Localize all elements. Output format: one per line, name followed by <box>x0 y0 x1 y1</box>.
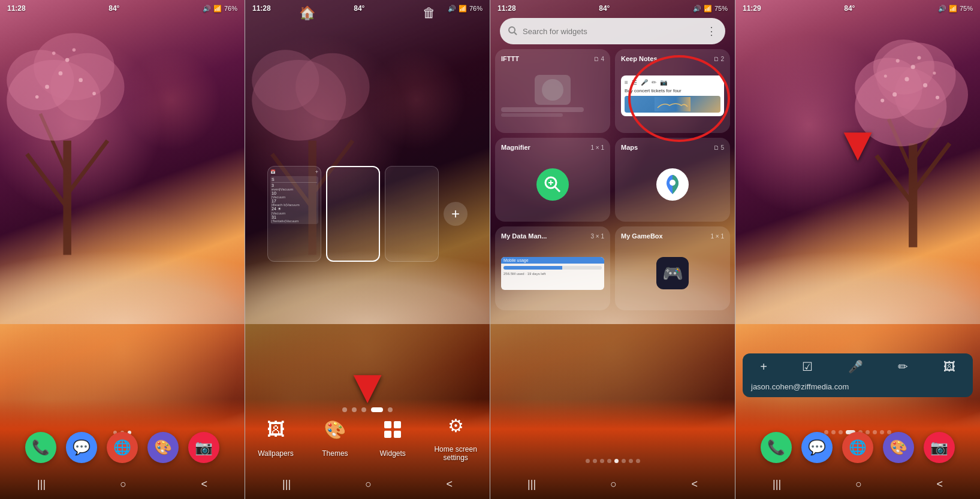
nav-home-2[interactable]: ○ <box>365 478 372 491</box>
wdot-5 <box>614 459 619 463</box>
data-man-preview: Mobile usage 256.5M used · 19 days left <box>501 257 604 290</box>
panel-edit-mode: 11:28 84° 🔊 📶 76% 🏠 🗑 📅+ S 3 even|Vacuum <box>245 0 490 499</box>
svg-line-27 <box>514 32 517 35</box>
svg-point-54 <box>883 75 886 78</box>
themes-label: Themes <box>322 449 348 458</box>
svg-rect-25 <box>394 431 401 438</box>
widget-data-man[interactable]: My Data Man... 3 × 1 Mobile usage 256.5M… <box>495 226 610 310</box>
widget-magnifier[interactable]: Magnifier 1 × 1 <box>495 138 610 222</box>
panel-notes-widget: 11:29 84° 🔊 📶 75% ▼ + ☑ 🎤 ✏ 🖼 jason.cohe… <box>735 0 980 499</box>
dock-chrome-4[interactable]: 🌐 <box>842 432 873 463</box>
widget-grid: IFTTT 🗋 4 Keep Notes 🗋 2 <box>495 49 730 433</box>
wdot-1 <box>586 459 590 463</box>
widgets-label: Widgets <box>380 449 406 458</box>
kn-pen-icon: ✏ <box>652 79 656 86</box>
widget-maps[interactable]: Maps 🗋 5 <box>615 138 730 222</box>
dock-slack-1[interactable]: 🎨 <box>147 432 179 463</box>
ifttt-title: IFTTT <box>501 55 519 62</box>
nav-back-3[interactable]: < <box>691 478 698 491</box>
keep-note-image <box>625 96 720 113</box>
dock-camera-4[interactable]: 📷 <box>924 432 955 463</box>
widget-search-bar[interactable]: ⋮ <box>500 18 725 44</box>
add-page-button[interactable]: + <box>444 202 468 226</box>
home-action-icon[interactable]: 🏠 <box>299 5 315 21</box>
dock-messages-4[interactable]: 💬 <box>801 432 833 463</box>
battery-1: 76% <box>224 5 237 12</box>
trash-action-icon[interactable]: 🗑 <box>423 5 436 21</box>
keep-notes-preview: ≡ ☰ 🎤 ✏ 📷 Buy concert tickets for four <box>621 75 724 116</box>
nav-home-3[interactable]: ○ <box>610 478 617 491</box>
time-1: 11:28 <box>7 4 26 13</box>
signal-icon-3: 📶 <box>704 5 712 13</box>
thumb-page-1[interactable]: 📅+ S 3 even|Vacuum 10 |Vacuum 17 |Beach … <box>267 166 321 262</box>
widget-gamebox[interactable]: My GameBox 1 × 1 🎮 <box>615 226 730 310</box>
data-man-size: 3 × 1 <box>590 233 604 240</box>
wdot-6 <box>622 459 626 463</box>
notes-mic-icon[interactable]: 🎤 <box>848 359 863 374</box>
widget-ifttt[interactable]: IFTTT 🗋 4 <box>495 49 610 133</box>
nav-menu-3[interactable]: ||| <box>527 478 536 491</box>
maps-title: Maps <box>621 144 638 151</box>
thumb-page-2[interactable] <box>326 166 380 262</box>
wdot-7 <box>629 459 633 463</box>
gamebox-size: 1 × 1 <box>710 233 724 240</box>
svg-point-11 <box>35 95 39 99</box>
battery-4: 75% <box>960 5 973 12</box>
nav-back-1[interactable]: < <box>201 478 207 491</box>
nav-home-1[interactable]: ○ <box>120 478 126 491</box>
red-arrow-4: ▼ <box>834 120 881 168</box>
maps-count: 🗋 5 <box>713 144 724 151</box>
data-man-title: My Data Man... <box>501 232 547 240</box>
status-bar-4: 11:29 84° 🔊 📶 75% <box>735 0 980 17</box>
thumb-page-3[interactable] <box>385 166 439 262</box>
dock-phone-4[interactable]: 📞 <box>761 432 792 463</box>
svg-point-50 <box>910 65 915 69</box>
magnifier-size: 1 × 1 <box>590 144 604 151</box>
kn-mic-icon: 🎤 <box>641 79 648 86</box>
signal-icon: 📶 <box>213 5 222 13</box>
temp-1: 84° <box>108 4 119 13</box>
menu-widgets[interactable]: Widgets <box>376 413 409 458</box>
magnifier-icon <box>536 168 569 201</box>
notes-email: jason.cohen@ziffmedia.com <box>743 379 973 397</box>
menu-home-screen[interactable]: ⚙ Home screen settings <box>434 409 477 462</box>
dock-chrome-1[interactable]: 🌐 <box>107 432 138 463</box>
maps-icon <box>656 168 689 201</box>
svg-point-48 <box>881 99 884 102</box>
notes-add-icon[interactable]: + <box>760 360 767 374</box>
nav-menu-1[interactable]: ||| <box>37 478 46 491</box>
temp-4: 84° <box>844 4 855 13</box>
signal-icon-4: 📶 <box>949 5 957 13</box>
notes-image-icon[interactable]: 🖼 <box>943 360 955 374</box>
nav-menu-2[interactable]: ||| <box>282 478 291 491</box>
search-input[interactable] <box>523 27 701 36</box>
dock-camera-1[interactable]: 📷 <box>188 432 219 463</box>
nav-bar-1: ||| ○ < <box>0 469 245 499</box>
kn-list-icon: ☰ <box>632 79 637 86</box>
widget-keep-notes[interactable]: Keep Notes 🗋 2 ≡ ☰ 🎤 ✏ 📷 Buy concert tic… <box>615 49 730 133</box>
more-options-icon[interactable]: ⋮ <box>706 25 717 38</box>
notes-check-icon[interactable]: ☑ <box>802 359 813 374</box>
sound-icon-4: 🔊 <box>938 5 946 13</box>
nav-home-4[interactable]: ○ <box>855 478 862 491</box>
widget-page-dots <box>490 459 735 463</box>
svg-point-9 <box>59 71 63 75</box>
sound-icon-3: 🔊 <box>693 5 701 13</box>
svg-point-34 <box>670 180 676 186</box>
wallpapers-icon: 🖼 <box>260 413 292 446</box>
notes-pen-icon[interactable]: ✏ <box>898 359 908 374</box>
nav-menu-4[interactable]: ||| <box>773 478 781 491</box>
menu-themes[interactable]: 🎨 Themes <box>319 413 351 458</box>
nav-back-2[interactable]: < <box>446 478 453 491</box>
sound-icon: 🔊 <box>203 5 211 13</box>
svg-point-47 <box>923 83 927 87</box>
dock-slack-4[interactable]: 🎨 <box>883 432 914 463</box>
svg-point-14 <box>52 52 56 55</box>
gamebox-icon: 🎮 <box>656 257 689 289</box>
dock-phone-1[interactable]: 📞 <box>25 432 56 463</box>
wallpapers-label: Wallpapers <box>258 449 294 458</box>
svg-point-53 <box>933 71 936 74</box>
menu-wallpapers[interactable]: 🖼 Wallpapers <box>258 413 294 458</box>
nav-back-4[interactable]: < <box>936 478 943 491</box>
dock-messages-1[interactable]: 💬 <box>66 432 97 463</box>
